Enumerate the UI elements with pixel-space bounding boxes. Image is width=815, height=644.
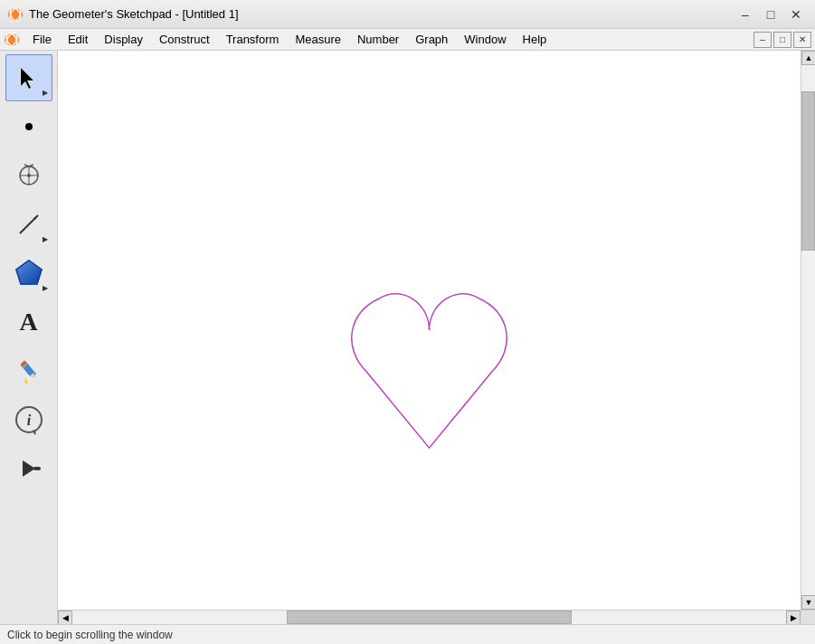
svg-line-14	[24, 165, 29, 166]
scroll-thumb-horizontal[interactable]	[287, 611, 573, 624]
menu-number[interactable]: Number	[350, 31, 406, 48]
menu-transform[interactable]: Transform	[219, 31, 287, 48]
scrollbar-corner	[801, 611, 815, 625]
scroll-left-button[interactable]: ◀	[58, 611, 72, 625]
window-title: The Geometer's Sketchpad - [Untitled 1]	[29, 7, 239, 21]
custom-tool-button[interactable]	[5, 445, 52, 492]
menu-edit[interactable]: Edit	[61, 31, 95, 48]
scroll-down-button[interactable]: ▼	[801, 595, 815, 610]
pentagon-icon	[13, 257, 45, 289]
vertical-scrollbar[interactable]: ▲ ▼	[801, 51, 815, 610]
compass-icon	[15, 162, 43, 189]
scroll-track-horizontal[interactable]	[72, 611, 786, 624]
menu-window[interactable]: Window	[457, 31, 513, 48]
svg-line-13	[29, 165, 33, 166]
menu-graph[interactable]: Graph	[408, 31, 455, 48]
text-tool-button[interactable]: A	[5, 298, 52, 346]
status-message: Click to begin scrolling the window	[7, 629, 173, 641]
cursor-icon	[15, 64, 43, 91]
svg-marker-28	[23, 460, 35, 477]
polygon-tool-button[interactable]: ▶	[5, 250, 52, 297]
point-icon	[15, 113, 43, 140]
text-icon: A	[19, 308, 37, 336]
select-tool-arrow: ▶	[43, 89, 48, 97]
scroll-right-button[interactable]: ▶	[786, 611, 801, 625]
svg-text:i: i	[26, 412, 31, 428]
drawing-canvas[interactable]	[58, 51, 801, 610]
main-area: ▶ ▶	[0, 51, 815, 624]
heart-path	[352, 294, 507, 448]
status-bar: Click to begin scrolling the window	[0, 624, 815, 644]
menu-help[interactable]: Help	[516, 31, 554, 48]
canvas-svg	[58, 51, 801, 610]
menu-measure[interactable]: Measure	[288, 31, 348, 48]
label-tool-button[interactable]	[5, 347, 52, 394]
line-tool-arrow: ▶	[43, 235, 48, 243]
line-tool-button[interactable]: ▶	[5, 201, 52, 248]
canvas-wrapper: ▲ ▼ ◀ ▶	[58, 51, 815, 624]
app-menu-logo	[4, 32, 20, 48]
title-bar-left: The Geometer's Sketchpad - [Untitled 1]	[7, 6, 239, 23]
title-bar: The Geometer's Sketchpad - [Untitled 1] …	[0, 0, 815, 29]
menu-restore-btn[interactable]: □	[773, 32, 791, 48]
svg-marker-18	[16, 260, 42, 284]
minimize-button[interactable]: –	[734, 3, 757, 26]
toolbar: ▶ ▶	[0, 51, 58, 624]
menu-file[interactable]: File	[25, 31, 59, 48]
menu-display[interactable]: Display	[97, 31, 150, 48]
svg-marker-20	[22, 377, 29, 384]
svg-point-31	[37, 467, 41, 470]
svg-point-8	[25, 123, 33, 130]
menu-bar-controls: – □ ✕	[753, 32, 811, 48]
play-icon	[15, 455, 43, 482]
compass-tool-button[interactable]	[5, 152, 52, 199]
pencil-icon	[15, 357, 43, 384]
title-bar-controls: – □ ✕	[734, 3, 808, 26]
svg-point-12	[27, 174, 31, 177]
scroll-track-vertical[interactable]	[801, 65, 815, 595]
info-tool-button[interactable]: i	[5, 396, 52, 443]
maximize-button[interactable]: □	[759, 3, 782, 26]
horizontal-scrollbar[interactable]: ◀ ▶	[58, 610, 815, 624]
select-tool-button[interactable]: ▶	[5, 54, 52, 101]
polygon-tool-arrow: ▶	[43, 284, 48, 292]
app-icon	[7, 6, 24, 23]
menu-close-btn[interactable]: ✕	[793, 32, 811, 48]
menu-minimize-btn[interactable]: –	[753, 32, 772, 48]
scroll-thumb-vertical[interactable]	[801, 91, 815, 251]
menu-bar: File Edit Display Construct Transform Me…	[0, 29, 815, 51]
info-icon: i	[14, 404, 44, 435]
menu-construct[interactable]: Construct	[152, 31, 217, 48]
scroll-up-button[interactable]: ▲	[801, 51, 815, 65]
line-icon	[15, 211, 43, 238]
point-tool-button[interactable]	[5, 103, 52, 150]
close-button[interactable]: ✕	[784, 3, 808, 26]
